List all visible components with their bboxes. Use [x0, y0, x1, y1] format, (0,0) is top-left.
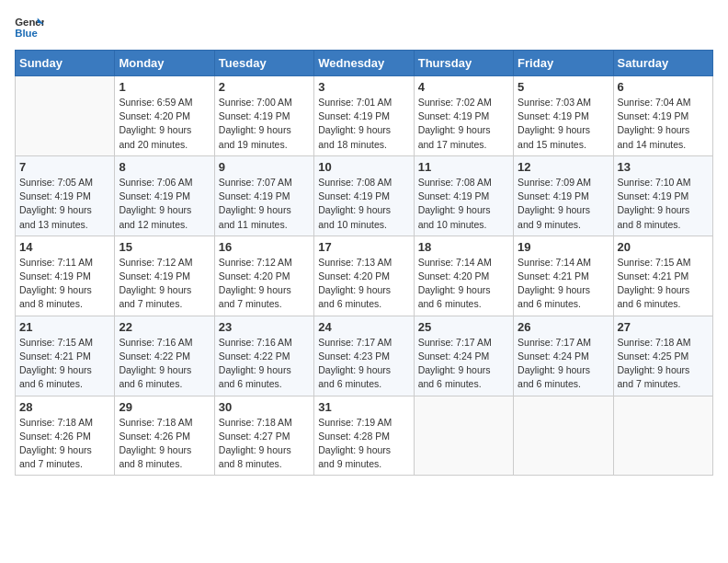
logo-icon: General Blue	[15, 15, 44, 40]
day-number: 26	[518, 320, 609, 334]
calendar-cell: 1Sunrise: 6:59 AM Sunset: 4:20 PM Daylig…	[115, 76, 214, 156]
calendar-cell: 24Sunrise: 7:17 AM Sunset: 4:23 PM Dayli…	[314, 316, 414, 396]
calendar-cell: 14Sunrise: 7:11 AM Sunset: 4:19 PM Dayli…	[16, 236, 115, 316]
calendar-cell: 4Sunrise: 7:02 AM Sunset: 4:19 PM Daylig…	[414, 76, 513, 156]
day-number: 1	[119, 80, 210, 94]
day-number: 5	[518, 80, 609, 94]
calendar-cell: 17Sunrise: 7:13 AM Sunset: 4:20 PM Dayli…	[314, 236, 414, 316]
calendar-header-monday: Monday	[115, 51, 214, 76]
day-number: 10	[318, 160, 409, 174]
calendar-week-row: 7Sunrise: 7:05 AM Sunset: 4:19 PM Daylig…	[16, 155, 713, 236]
calendar-cell: 21Sunrise: 7:15 AM Sunset: 4:21 PM Dayli…	[16, 316, 115, 396]
day-info: Sunrise: 7:07 AM Sunset: 4:19 PM Dayligh…	[219, 176, 310, 232]
day-number: 11	[418, 160, 509, 174]
day-info: Sunrise: 7:12 AM Sunset: 4:20 PM Dayligh…	[219, 256, 310, 312]
day-number: 3	[318, 80, 409, 94]
logo: General Blue	[15, 15, 44, 40]
day-info: Sunrise: 7:15 AM Sunset: 4:21 PM Dayligh…	[19, 336, 110, 392]
day-number: 4	[418, 80, 509, 94]
day-info: Sunrise: 7:17 AM Sunset: 4:24 PM Dayligh…	[518, 336, 609, 392]
day-number: 7	[19, 160, 110, 174]
day-info: Sunrise: 7:17 AM Sunset: 4:24 PM Dayligh…	[418, 336, 509, 392]
day-number: 16	[219, 240, 310, 254]
day-info: Sunrise: 7:15 AM Sunset: 4:21 PM Dayligh…	[618, 256, 709, 312]
calendar-cell	[514, 396, 613, 476]
calendar-week-row: 14Sunrise: 7:11 AM Sunset: 4:19 PM Dayli…	[16, 236, 713, 316]
calendar-cell: 6Sunrise: 7:04 AM Sunset: 4:19 PM Daylig…	[613, 76, 712, 156]
calendar-header-sunday: Sunday	[16, 51, 115, 76]
day-number: 29	[119, 400, 210, 414]
day-number: 24	[318, 320, 409, 334]
calendar-cell: 27Sunrise: 7:18 AM Sunset: 4:25 PM Dayli…	[613, 316, 712, 396]
calendar-cell: 3Sunrise: 7:01 AM Sunset: 4:19 PM Daylig…	[314, 76, 414, 156]
day-info: Sunrise: 7:18 AM Sunset: 4:25 PM Dayligh…	[618, 336, 709, 392]
calendar-cell: 7Sunrise: 7:05 AM Sunset: 4:19 PM Daylig…	[16, 155, 115, 236]
day-info: Sunrise: 7:16 AM Sunset: 4:22 PM Dayligh…	[119, 336, 210, 392]
day-number: 17	[318, 240, 409, 254]
day-info: Sunrise: 7:05 AM Sunset: 4:19 PM Dayligh…	[19, 176, 110, 232]
calendar-cell: 5Sunrise: 7:03 AM Sunset: 4:19 PM Daylig…	[514, 76, 613, 156]
day-number: 28	[19, 400, 110, 414]
day-info: Sunrise: 7:06 AM Sunset: 4:19 PM Dayligh…	[119, 176, 210, 232]
calendar-cell: 15Sunrise: 7:12 AM Sunset: 4:19 PM Dayli…	[115, 236, 214, 316]
day-info: Sunrise: 7:14 AM Sunset: 4:20 PM Dayligh…	[418, 256, 509, 312]
day-number: 30	[219, 400, 310, 414]
calendar-cell: 11Sunrise: 7:08 AM Sunset: 4:19 PM Dayli…	[414, 155, 513, 236]
calendar-cell	[16, 76, 115, 156]
day-info: Sunrise: 7:02 AM Sunset: 4:19 PM Dayligh…	[418, 96, 509, 152]
day-number: 13	[618, 160, 709, 174]
day-number: 14	[19, 240, 110, 254]
calendar-cell: 18Sunrise: 7:14 AM Sunset: 4:20 PM Dayli…	[414, 236, 513, 316]
day-info: Sunrise: 7:18 AM Sunset: 4:26 PM Dayligh…	[119, 416, 210, 472]
day-info: Sunrise: 7:04 AM Sunset: 4:19 PM Dayligh…	[618, 96, 709, 152]
day-info: Sunrise: 7:19 AM Sunset: 4:28 PM Dayligh…	[318, 416, 409, 472]
calendar-header-saturday: Saturday	[613, 51, 712, 76]
calendar-cell	[414, 396, 513, 476]
calendar-cell: 22Sunrise: 7:16 AM Sunset: 4:22 PM Dayli…	[115, 316, 214, 396]
day-info: Sunrise: 7:01 AM Sunset: 4:19 PM Dayligh…	[318, 96, 409, 152]
calendar-cell: 29Sunrise: 7:18 AM Sunset: 4:26 PM Dayli…	[115, 396, 214, 476]
calendar-cell: 8Sunrise: 7:06 AM Sunset: 4:19 PM Daylig…	[115, 155, 214, 236]
calendar-cell: 12Sunrise: 7:09 AM Sunset: 4:19 PM Dayli…	[514, 155, 613, 236]
day-info: Sunrise: 7:10 AM Sunset: 4:19 PM Dayligh…	[618, 176, 709, 232]
day-info: Sunrise: 7:08 AM Sunset: 4:19 PM Dayligh…	[418, 176, 509, 232]
calendar-header-wednesday: Wednesday	[314, 51, 414, 76]
day-info: Sunrise: 7:12 AM Sunset: 4:19 PM Dayligh…	[119, 256, 210, 312]
day-number: 27	[618, 320, 709, 334]
day-number: 8	[119, 160, 210, 174]
calendar-cell: 31Sunrise: 7:19 AM Sunset: 4:28 PM Dayli…	[314, 396, 414, 476]
day-number: 19	[518, 240, 609, 254]
calendar-cell: 19Sunrise: 7:14 AM Sunset: 4:21 PM Dayli…	[514, 236, 613, 316]
calendar-cell: 25Sunrise: 7:17 AM Sunset: 4:24 PM Dayli…	[414, 316, 513, 396]
svg-text:Blue: Blue	[15, 28, 38, 39]
calendar-cell: 28Sunrise: 7:18 AM Sunset: 4:26 PM Dayli…	[16, 396, 115, 476]
calendar-header-thursday: Thursday	[414, 51, 513, 76]
day-info: Sunrise: 7:00 AM Sunset: 4:19 PM Dayligh…	[219, 96, 310, 152]
day-info: Sunrise: 7:14 AM Sunset: 4:21 PM Dayligh…	[518, 256, 609, 312]
day-info: Sunrise: 7:11 AM Sunset: 4:19 PM Dayligh…	[19, 256, 110, 312]
day-number: 18	[418, 240, 509, 254]
day-number: 12	[518, 160, 609, 174]
calendar-cell: 2Sunrise: 7:00 AM Sunset: 4:19 PM Daylig…	[214, 76, 313, 156]
day-number: 25	[418, 320, 509, 334]
calendar-cell	[613, 396, 712, 476]
day-info: Sunrise: 7:18 AM Sunset: 4:26 PM Dayligh…	[19, 416, 110, 472]
day-number: 20	[618, 240, 709, 254]
calendar-cell: 16Sunrise: 7:12 AM Sunset: 4:20 PM Dayli…	[214, 236, 313, 316]
day-info: Sunrise: 7:09 AM Sunset: 4:19 PM Dayligh…	[518, 176, 609, 232]
day-info: Sunrise: 6:59 AM Sunset: 4:20 PM Dayligh…	[119, 96, 210, 152]
day-info: Sunrise: 7:13 AM Sunset: 4:20 PM Dayligh…	[318, 256, 409, 312]
day-info: Sunrise: 7:16 AM Sunset: 4:22 PM Dayligh…	[219, 336, 310, 392]
day-number: 6	[618, 80, 709, 94]
calendar-cell: 30Sunrise: 7:18 AM Sunset: 4:27 PM Dayli…	[214, 396, 313, 476]
calendar-header-friday: Friday	[514, 51, 613, 76]
calendar-cell: 13Sunrise: 7:10 AM Sunset: 4:19 PM Dayli…	[613, 155, 712, 236]
calendar-cell: 20Sunrise: 7:15 AM Sunset: 4:21 PM Dayli…	[613, 236, 712, 316]
day-info: Sunrise: 7:18 AM Sunset: 4:27 PM Dayligh…	[219, 416, 310, 472]
day-number: 22	[119, 320, 210, 334]
day-number: 21	[19, 320, 110, 334]
calendar-cell: 26Sunrise: 7:17 AM Sunset: 4:24 PM Dayli…	[514, 316, 613, 396]
calendar-week-row: 28Sunrise: 7:18 AM Sunset: 4:26 PM Dayli…	[16, 396, 713, 476]
day-number: 15	[119, 240, 210, 254]
calendar-header-tuesday: Tuesday	[214, 51, 313, 76]
